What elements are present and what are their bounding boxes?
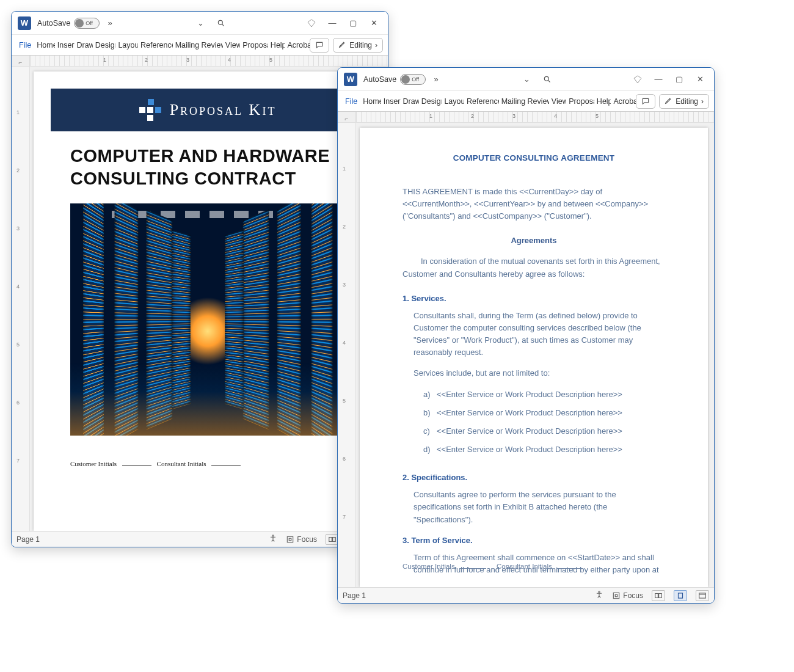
svg-marker-11	[634, 76, 641, 83]
maximize-button[interactable]: ▢	[669, 70, 690, 89]
tab-view[interactable]: View	[549, 93, 566, 109]
tab-help[interactable]: Help	[268, 37, 285, 53]
ruler-mark: 7	[16, 458, 20, 464]
ribbon-tabs: File Home Insert Draw Design Layout Refe…	[338, 91, 714, 112]
title-dropdown-icon[interactable]: ⌄	[190, 14, 211, 32]
qat-overflow-icon[interactable]: »	[100, 14, 120, 32]
focus-button[interactable]: Focus	[286, 535, 317, 544]
document-page[interactable]: COMPUTER CONSULTING AGREEMENT THIS AGREE…	[360, 128, 708, 587]
ruler-mark: 4	[228, 57, 231, 63]
view-read-button[interactable]	[652, 590, 665, 601]
maximize-button[interactable]: ▢	[343, 14, 363, 32]
page-indicator[interactable]: Page 1	[343, 591, 366, 600]
statusbar: Page 1 Focus	[12, 531, 388, 547]
tab-help[interactable]: Help	[594, 93, 611, 109]
editing-label: Editing	[349, 41, 372, 49]
section-2-p1: Consultants agree to perform the service…	[413, 489, 665, 525]
accessibility-icon[interactable]	[269, 534, 277, 544]
focus-label: Focus	[297, 535, 317, 544]
tab-home[interactable]: Home	[34, 37, 54, 53]
ruler-mark: 3	[16, 225, 20, 232]
tab-references[interactable]: References	[138, 37, 173, 53]
titlebar: W AutoSave Off » ⌄ — ▢ ✕	[12, 12, 388, 35]
footer-consultant-blank[interactable]	[556, 568, 583, 569]
view-web-button[interactable]	[696, 590, 709, 601]
doc2-intro: THIS AGREEMENT is made this <<CurrentDay…	[402, 186, 665, 222]
section-1-p1: Consultants shall, during the Term (as d…	[413, 310, 665, 359]
consultant-initials-label: Consultant Initials	[157, 460, 206, 467]
ruler-mark: 5	[269, 57, 272, 63]
tab-insert[interactable]: Insert	[55, 37, 75, 53]
svg-line-10	[548, 80, 550, 82]
tab-draw[interactable]: Draw	[75, 37, 93, 53]
page-indicator[interactable]: Page 1	[16, 535, 40, 544]
section-2-label: 2. Specifications.	[402, 472, 665, 484]
document-page[interactable]: Proposal Kit COMPUTER AND HARDWARE CONSU…	[34, 71, 382, 531]
comments-button[interactable]	[310, 38, 329, 53]
tab-layout[interactable]: Layout	[115, 37, 138, 53]
tab-design[interactable]: Design	[93, 37, 116, 53]
tab-home[interactable]: Home	[360, 93, 381, 109]
tab-proposal[interactable]: Proposal	[240, 37, 268, 53]
comments-button[interactable]	[636, 94, 655, 109]
view-print-button[interactable]	[674, 590, 687, 601]
footer-customer-label: Customer Initials	[402, 563, 455, 570]
diamond-icon[interactable]	[627, 70, 648, 89]
tab-insert[interactable]: Insert	[381, 93, 401, 109]
word-app-icon: W	[18, 16, 31, 30]
svg-point-3	[272, 535, 274, 536]
autosave-toggle[interactable]: Off	[400, 74, 426, 85]
ruler-horizontal[interactable]: ⌐ 1 2 3 4 5	[12, 56, 388, 67]
autosave-toggle[interactable]: Off	[74, 18, 100, 29]
search-icon[interactable]	[537, 70, 558, 89]
tab-file[interactable]: File	[14, 37, 34, 53]
list-item: a)<<Enter Service or Work Product Descri…	[423, 389, 665, 401]
editing-mode-button[interactable]: Editing ›	[659, 94, 709, 109]
svg-point-9	[544, 76, 548, 81]
focus-button[interactable]: Focus	[612, 591, 643, 600]
tab-mailings[interactable]: Mailings	[173, 37, 199, 53]
customer-initials-blank[interactable]	[122, 466, 151, 466]
footer-customer-blank[interactable]	[459, 568, 486, 569]
tab-draw[interactable]: Draw	[401, 93, 419, 109]
tab-review[interactable]: Review	[199, 37, 223, 53]
ruler-mark: 6	[343, 456, 346, 462]
tab-layout[interactable]: Layout	[442, 93, 464, 109]
tab-file[interactable]: File	[340, 93, 360, 109]
brand-banner: Proposal Kit	[51, 89, 365, 131]
minimize-button[interactable]: —	[322, 14, 343, 32]
tab-design[interactable]: Design	[419, 93, 442, 109]
ruler-mark: 3	[186, 57, 189, 63]
document-title: COMPUTER AND HARDWARE CONSULTING CONTRAC…	[70, 145, 345, 190]
statusbar: Page 1 Focus	[338, 587, 714, 603]
tab-mailings[interactable]: Mailings	[499, 93, 525, 109]
title-dropdown-icon[interactable]: ⌄	[516, 70, 537, 89]
tab-acrobat[interactable]: Acrobat	[285, 37, 310, 53]
document-area: 1 2 3 4 5 6 7 Proposal Kit COMPUTER AND …	[12, 67, 388, 531]
tab-references[interactable]: References	[464, 93, 499, 109]
tab-proposal[interactable]: Proposal	[566, 93, 594, 109]
ruler-horizontal[interactable]: ⌐ 1 2 3 4 5	[338, 112, 714, 123]
diamond-icon[interactable]	[301, 14, 322, 32]
tab-acrobat[interactable]: Acrobat	[611, 93, 636, 109]
close-button[interactable]: ✕	[363, 14, 384, 32]
search-icon[interactable]	[211, 14, 231, 32]
cover-image	[70, 203, 345, 436]
qat-overflow-icon[interactable]: »	[426, 70, 446, 89]
ruler-mark: 2	[471, 113, 474, 119]
ruler-vertical[interactable]: 1 2 3 4 5 6 7	[12, 67, 30, 531]
minimize-button[interactable]: —	[648, 70, 669, 89]
accessibility-icon[interactable]	[595, 590, 603, 601]
tab-review[interactable]: Review	[525, 93, 549, 109]
ruler-mark: 2	[145, 57, 148, 63]
close-button[interactable]: ✕	[690, 70, 710, 89]
focus-label: Focus	[623, 591, 643, 600]
consultant-initials-blank[interactable]	[211, 466, 241, 466]
ruler-vertical[interactable]: 1 2 3 4 5 6 7	[338, 123, 356, 587]
tab-view[interactable]: View	[223, 37, 240, 53]
ruler-mark: 7	[343, 514, 346, 520]
editing-mode-button[interactable]: Editing ›	[333, 38, 383, 53]
ruler-mark: 6	[16, 400, 20, 406]
word-app-icon: W	[344, 73, 357, 86]
word-window-2: W AutoSave Off » ⌄ — ▢ ✕ File Home Inser…	[337, 67, 715, 604]
